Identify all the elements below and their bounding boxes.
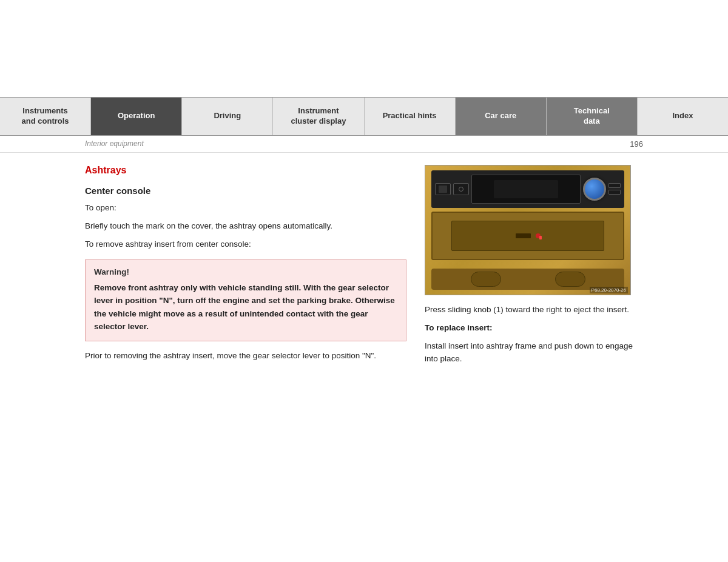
to-remove-label: To remove ashtray insert from center con… (85, 238, 406, 250)
nav-label-instrument-cluster: Instrument cluster display (291, 106, 346, 127)
press-text: Press sliding knob (1) toward the right … (425, 304, 643, 316)
section-title: Ashtrays (85, 165, 406, 176)
breadcrumb-text: Interior equipment (85, 139, 144, 148)
warning-title: Warning! (94, 267, 397, 276)
nav-item-operation[interactable]: Operation (91, 98, 182, 135)
nav-label-car-care: Car care (485, 111, 516, 121)
nav-item-driving[interactable]: Driving (182, 98, 273, 135)
nav-item-instrument-cluster[interactable]: Instrument cluster display (273, 98, 364, 135)
nav-item-practical-hints[interactable]: Practical hints (365, 98, 456, 135)
subsection-title: Center console (85, 186, 406, 196)
to-open-label: To open: (85, 202, 406, 214)
nav-label-practical-hints: Practical hints (383, 111, 437, 121)
nav-item-instruments[interactable]: Instruments and controls (0, 98, 91, 135)
replace-label: To replace insert: (425, 323, 493, 332)
nav-label-instruments: Instruments and controls (22, 106, 69, 127)
breadcrumb-bar: Interior equipment 196 (0, 136, 728, 153)
page-number: 196 (630, 139, 643, 149)
warning-text: Remove front ashtray only with vehicle s… (94, 281, 397, 333)
nav-label-index: Index (672, 111, 693, 121)
nav-label-technical-data: Technical data (574, 106, 610, 127)
nav-item-car-care[interactable]: Car care (456, 98, 547, 135)
nav-item-technical-data[interactable]: Technical data (547, 98, 638, 135)
warning-box: Warning! Remove front ashtray only with … (85, 259, 406, 341)
car-image-background: P68.20-2070-26 (425, 166, 630, 295)
right-column-text: Press sliding knob (1) toward the right … (425, 304, 643, 365)
prior-text: Prior to removing the ashtray insert, mo… (85, 350, 406, 362)
car-interior-image: P68.20-2070-26 (425, 165, 631, 295)
nav-label-driving: Driving (214, 111, 241, 121)
navigation-bar: Instruments and controls Operation Drivi… (0, 97, 728, 136)
replace-text: Install insert into ashtray frame and pu… (425, 340, 643, 365)
nav-label-operation: Operation (118, 111, 155, 121)
right-column: P68.20-2070-26 Press sliding knob (1) to… (425, 165, 643, 371)
left-column: Ashtrays Center console To open: Briefly… (85, 165, 406, 371)
to-open-text: Briefly touch the mark on the cover, the… (85, 220, 406, 232)
nav-item-index[interactable]: Index (638, 98, 728, 135)
main-content: Ashtrays Center console To open: Briefly… (0, 153, 728, 383)
image-caption: P68.20-2070-26 (590, 287, 628, 293)
